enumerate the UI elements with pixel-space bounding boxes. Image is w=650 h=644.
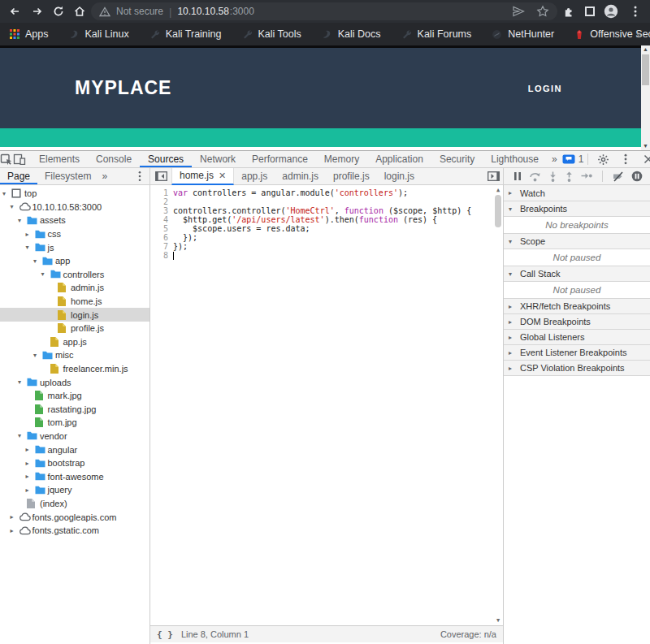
- pause-script-icon[interactable]: [514, 171, 522, 181]
- devtools-tab-elements[interactable]: Elements: [31, 151, 88, 167]
- devtools-tab-console[interactable]: Console: [88, 151, 140, 167]
- devtools-tab-lighthouse[interactable]: Lighthouse: [483, 151, 547, 167]
- back-icon[interactable]: [6, 3, 23, 19]
- devtools-tab-application[interactable]: Application: [367, 151, 431, 167]
- bookmark-kali-docs[interactable]: Kali Docs: [322, 28, 381, 40]
- tree-item-jquery[interactable]: ▸jquery: [0, 483, 150, 497]
- toggle-debugger-sidebar-icon[interactable]: [483, 171, 503, 181]
- gutter-line-number[interactable]: 2: [150, 197, 173, 206]
- scroll-thumb[interactable]: [495, 195, 501, 227]
- editor-tab-profile-js[interactable]: profile.js: [326, 168, 377, 185]
- editor-tab-app-js[interactable]: app.js: [234, 168, 275, 185]
- gutter-line-number[interactable]: 3: [150, 206, 173, 215]
- tree-item-freelancer-min-js[interactable]: freelancer.min.js: [0, 362, 150, 376]
- code-editor[interactable]: 1var controllers = angular.module('contr…: [150, 185, 503, 625]
- tree-item-app-js[interactable]: app.js: [0, 335, 150, 349]
- tree-item-angular[interactable]: ▸angular: [0, 443, 150, 456]
- gutter-line-number[interactable]: 6: [150, 233, 173, 242]
- navigator-menu-kebab-icon[interactable]: [138, 171, 141, 182]
- tree-expand-arrow[interactable]: ▸: [26, 446, 35, 453]
- bookmark-nethunter[interactable]: NetHunter: [492, 28, 554, 40]
- step-out-icon[interactable]: [565, 171, 574, 182]
- tree-expand-arrow[interactable]: ▸: [26, 460, 35, 467]
- tree-item-top[interactable]: ▾top: [0, 187, 150, 201]
- tab-page[interactable]: Page: [0, 168, 37, 184]
- sidebar-section-breakpoints[interactable]: ▾Breakpoints: [504, 201, 650, 216]
- tree-item-fonts-gstatic-com[interactable]: ▸fonts.gstatic.com: [0, 524, 150, 538]
- devtools-tab-memory[interactable]: Memory: [316, 151, 367, 167]
- sidebar-section-scope[interactable]: ▾Scope: [504, 233, 650, 249]
- devtools-tab-performance[interactable]: Performance: [244, 151, 316, 167]
- tree-item-misc[interactable]: ▾misc: [0, 348, 150, 362]
- tree-expand-arrow[interactable]: ▾: [33, 257, 42, 265]
- tree-expand-arrow[interactable]: ▾: [18, 217, 27, 224]
- tree-item-home-js[interactable]: home.js: [0, 295, 150, 309]
- gutter-line-number[interactable]: 7: [150, 242, 173, 251]
- editor-tab-home-js[interactable]: home.js✕: [171, 168, 234, 185]
- scroll-thumb[interactable]: [642, 54, 649, 85]
- sidebar-section-call-stack[interactable]: ▾Call Stack: [504, 266, 650, 281]
- devtools-menu-kebab-icon[interactable]: [615, 151, 636, 167]
- gutter-line-number[interactable]: 1: [150, 188, 173, 197]
- tree-item-js[interactable]: ▾js: [0, 240, 150, 254]
- tree-expand-arrow[interactable]: ▾: [11, 203, 20, 210]
- pretty-print-icon[interactable]: { }: [157, 629, 173, 640]
- bookmarks-overflow-chevron[interactable]: »: [636, 28, 642, 41]
- pause-on-exceptions-icon[interactable]: [631, 171, 643, 182]
- tree-expand-arrow[interactable]: ▸: [11, 513, 20, 521]
- tree-expand-arrow[interactable]: ▸: [26, 473, 35, 480]
- tree-item-css[interactable]: ▸css: [0, 227, 150, 241]
- scroll-up-arrow[interactable]: ▲: [493, 186, 503, 194]
- close-tab-icon[interactable]: ✕: [219, 171, 226, 181]
- tree-expand-arrow[interactable]: ▾: [33, 352, 42, 359]
- sidebar-section-event-listener-breakpoints[interactable]: ▸Event Listener Breakpoints: [504, 344, 650, 360]
- sidebar-section-csp-violation-breakpoints[interactable]: ▸CSP Violation Breakpoints: [504, 360, 650, 375]
- editor-tab-login-js[interactable]: login.js: [377, 168, 422, 185]
- scroll-up-arrow[interactable]: ▲: [641, 45, 650, 54]
- device-toolbar-icon[interactable]: [13, 151, 26, 167]
- step-into-icon[interactable]: [548, 171, 557, 182]
- bookmark-kali-linux[interactable]: Kali Linux: [69, 28, 129, 40]
- tree-item-controllers[interactable]: ▾controllers: [0, 268, 150, 282]
- bookmark-kali-training[interactable]: Kali Training: [150, 28, 222, 40]
- tree-item-vendor[interactable]: ▾vendor: [0, 430, 150, 443]
- sidebar-section-watch[interactable]: ▸Watch: [504, 185, 650, 201]
- editor-tab-admin-js[interactable]: admin.js: [275, 168, 326, 185]
- step-icon[interactable]: [581, 171, 592, 181]
- bookmark-kali-tools[interactable]: Kali Tools: [242, 28, 301, 40]
- tree-expand-arrow[interactable]: ▾: [26, 244, 35, 251]
- tree-item--index-[interactable]: (index): [0, 497, 150, 511]
- scroll-down-arrow[interactable]: ▼: [641, 142, 650, 150]
- send-to-device-icon[interactable]: [510, 3, 526, 19]
- browser-menu-kebab-icon[interactable]: [627, 3, 644, 19]
- issues-counter[interactable]: 1: [562, 153, 584, 165]
- tree-expand-arrow[interactable]: ▸: [26, 231, 35, 238]
- tab-filesystem[interactable]: Filesystem: [37, 168, 98, 184]
- tree-item-mark-jpg[interactable]: mark.jpg: [0, 389, 150, 403]
- devtools-tab-network[interactable]: Network: [192, 151, 244, 167]
- gutter-line-number[interactable]: 4: [150, 215, 173, 224]
- tree-item-profile-js[interactable]: profile.js: [0, 322, 150, 335]
- tree-expand-arrow[interactable]: ▾: [18, 432, 27, 439]
- devtools-tab-sources[interactable]: Sources: [140, 151, 192, 167]
- bookmark-star-icon[interactable]: [535, 3, 551, 19]
- gutter-line-number[interactable]: 8: [150, 251, 173, 260]
- inspect-element-icon[interactable]: [0, 151, 13, 167]
- tree-item-bootstrap[interactable]: ▸bootstrap: [0, 456, 150, 470]
- devtools-tabs-overflow-chevron[interactable]: »: [547, 151, 562, 167]
- toggle-navigator-icon[interactable]: [150, 171, 171, 181]
- tree-item-assets[interactable]: ▾assets: [0, 214, 150, 227]
- tree-item-app[interactable]: ▾app: [0, 254, 150, 268]
- devtools-tab-security[interactable]: Security: [431, 151, 483, 167]
- window-icon[interactable]: [582, 3, 598, 19]
- deactivate-breakpoints-icon[interactable]: [613, 171, 624, 182]
- scroll-down-arrow[interactable]: ▼: [493, 616, 503, 625]
- bookmark-kali-forums[interactable]: Kali Forums: [401, 28, 472, 40]
- tree-expand-arrow[interactable]: ▸: [11, 527, 20, 534]
- sidebar-section-global-listeners[interactable]: ▸Global Listeners: [504, 329, 650, 344]
- tree-expand-arrow[interactable]: ▸: [26, 486, 35, 494]
- tree-expand-arrow[interactable]: ▾: [18, 378, 27, 386]
- forward-icon[interactable]: [29, 3, 46, 19]
- brand-link[interactable]: MYPLACE: [75, 48, 171, 128]
- sidebar-section-dom-breakpoints[interactable]: ▸DOM Breakpoints: [504, 313, 650, 329]
